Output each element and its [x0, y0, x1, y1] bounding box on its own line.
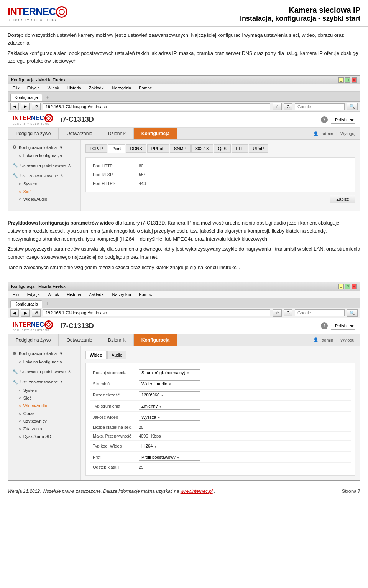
browser-tab-konfiguracja-2[interactable]: Konfiguracja — [10, 300, 42, 308]
refresh-btn-2[interactable]: C — [284, 309, 292, 316]
footer-link[interactable]: www.internec.pl — [181, 489, 213, 494]
sidebar-header-local-2[interactable]: ⚙ Konfiguracja lokalna ▼ — [8, 349, 80, 358]
address-bar-2[interactable] — [43, 309, 270, 316]
subtab-port-1[interactable]: Port — [108, 144, 125, 153]
search-go-btn-1[interactable]: 🔍 — [347, 103, 358, 110]
gear-icon-1: ⚙ — [13, 145, 16, 150]
maximize-btn-2[interactable]: □ — [345, 284, 350, 289]
menu-historia-2[interactable]: Historia — [65, 292, 82, 297]
page-title-line1: Kamera sieciowa IP — [240, 6, 360, 15]
subtab-ftp-1[interactable]: FTP — [232, 144, 248, 153]
subtab-upnp-1[interactable]: UPnP — [249, 144, 268, 153]
dropdown-kodowanie-2[interactable]: H.264 ▼ — [139, 443, 200, 449]
sidebar-header-basic-1[interactable]: 🔧 Ustawienia podstawowe ∧ — [8, 161, 80, 170]
menu-widok-1[interactable]: Widok — [46, 85, 61, 91]
sidebar-header-basic-2[interactable]: 🔧 Ustawienia podstawowe ∧ — [8, 367, 80, 376]
dropdown-rozdzielczosc-2[interactable]: 1280*960 ▼ — [139, 391, 200, 398]
close-btn-2[interactable]: × — [352, 284, 357, 289]
nav-tab-konfiguracja-2[interactable]: Konfiguracja — [134, 334, 177, 346]
menu-zakladki-1[interactable]: Zakładki — [87, 85, 106, 91]
menu-historia-1[interactable]: Historia — [65, 85, 82, 91]
menu-edycja-2[interactable]: Edycja — [26, 292, 41, 297]
reload-btn-1[interactable]: ↺ — [32, 103, 41, 110]
minimize-btn-2[interactable]: _ — [338, 284, 344, 289]
subtab-snmp-1[interactable]: SNMP — [170, 144, 191, 153]
subtab-pppoe-1[interactable]: PPPoE — [147, 144, 169, 153]
sidebar-item-dyski-2[interactable]: ○ Dyski/karta SD — [8, 433, 80, 440]
sidebar-header-adv-2[interactable]: 🔧 Ust. zaawansowane ∧ — [8, 378, 80, 386]
sidebar-item-system-1[interactable]: ○ System — [8, 180, 80, 188]
dropdown-jakosc-2[interactable]: Wyższa ▼ — [139, 414, 200, 421]
sidebar-item-lokalna-1[interactable]: ○ Lokalna konfiguracja — [8, 152, 80, 159]
language-select-1[interactable]: Polish — [331, 116, 355, 124]
window-controls-1: _ □ × — [338, 77, 357, 83]
menu-widok-2[interactable]: Widok — [46, 292, 61, 297]
refresh-btn-1[interactable]: C — [284, 103, 292, 110]
dropdown-typ-2[interactable]: Zmienny ▼ — [139, 403, 200, 410]
menu-narzedzia-2[interactable]: Narzędzia — [111, 292, 133, 297]
maximize-btn-1[interactable]: □ — [345, 77, 350, 83]
nav-tab-konfiguracja-1[interactable]: Konfiguracja — [134, 128, 177, 139]
logout-link-1[interactable]: Wyloguj — [340, 131, 355, 136]
help-button-1[interactable]: ? — [321, 116, 328, 123]
sidebar-header-local-1[interactable]: ⚙ Konfiguracja lokalna ▼ — [8, 143, 80, 152]
dropdown-rodzaj-2[interactable]: Strumień gł. (normalny) ▼ — [139, 369, 200, 376]
video-row-odstep-2: Odstęp klatki I 25 — [90, 463, 351, 471]
subtab-8021x-1[interactable]: 802.1X — [191, 144, 213, 153]
cam-model-1: i7-C1313D — [61, 116, 94, 124]
minimize-btn-1[interactable]: _ — [338, 77, 344, 83]
menu-plik-2[interactable]: Plik — [11, 292, 21, 297]
new-tab-btn-1[interactable]: + — [43, 93, 52, 101]
star-btn-1[interactable]: ☆ — [273, 103, 282, 110]
menu-edycja-1[interactable]: Edycja — [26, 85, 41, 91]
reload-btn-2[interactable]: ↺ — [32, 309, 41, 317]
sidebar-item-wideo-2[interactable]: ○ Wideo/Audio — [8, 402, 80, 410]
sidebar-item-obraz-2[interactable]: ○ Obraz — [8, 410, 80, 417]
nav-tab-dziennik-1[interactable]: Dziennik — [100, 128, 134, 139]
logout-link-2[interactable]: Wyloguj — [340, 338, 355, 342]
menu-pomoc-1[interactable]: Pomoc — [137, 85, 153, 91]
back-btn-1[interactable]: ◀ — [10, 103, 19, 110]
subtab-qos-1[interactable]: QoS — [214, 144, 231, 153]
subtab-tcpip-1[interactable]: TCP/IP — [85, 144, 107, 153]
subtab-ddns-1[interactable]: DDNS — [126, 144, 146, 153]
user-label-1: admin — [322, 131, 333, 136]
browser-title-2: Konfiguracja - Mozilla Firefox — [11, 284, 66, 289]
help-button-2[interactable]: ? — [321, 322, 328, 329]
search-go-btn-2[interactable]: 🔍 — [347, 309, 358, 317]
sidebar-header-adv-1[interactable]: 🔧 Ust. zaawansowane ∧ — [8, 171, 80, 180]
menu-plik-1[interactable]: Plik — [11, 85, 21, 91]
nav-tab-odtwarzanie-1[interactable]: Odtwarzanie — [59, 128, 100, 139]
sidebar-item-uzytkownicy-2[interactable]: ○ Użytkownicy — [8, 417, 80, 425]
nav-tab-podglad-2[interactable]: Podgląd na żywo — [8, 334, 59, 346]
menu-pomoc-2[interactable]: Pomoc — [137, 292, 153, 297]
new-tab-btn-2[interactable]: + — [43, 299, 52, 308]
menu-zakladki-2[interactable]: Zakładki — [87, 292, 106, 297]
sidebar-item-zdarzenia-2[interactable]: ○ Zdarzenia — [8, 425, 80, 433]
nav-tab-podglad-1[interactable]: Podgląd na żywo — [8, 128, 59, 139]
back-btn-2[interactable]: ◀ — [10, 309, 19, 317]
star-btn-2[interactable]: ☆ — [273, 309, 282, 317]
address-bar-1[interactable] — [43, 103, 270, 110]
save-button-1[interactable]: Zapisz — [330, 195, 355, 203]
sidebar-item-wideo-1[interactable]: ○ Wideo/Audio — [8, 195, 80, 203]
sidebar-item-system-2[interactable]: ○ System — [8, 386, 80, 394]
menu-narzedzia-1[interactable]: Narzędzia — [111, 85, 133, 91]
sidebar-item-lokalna-2[interactable]: ○ Lokalna konfiguracja — [8, 358, 80, 366]
nav-tab-odtwarzanie-2[interactable]: Odtwarzanie — [59, 334, 100, 346]
browser-tab-konfiguracja-1[interactable]: Konfiguracja — [10, 94, 42, 101]
sidebar-item-siec-1[interactable]: ○ Sieć — [8, 188, 80, 195]
close-btn-1[interactable]: × — [352, 77, 357, 83]
dropdown-profil-2[interactable]: Profil podstawowy ▼ — [139, 454, 200, 461]
language-select-2[interactable]: Polish — [331, 322, 355, 330]
forward-btn-1[interactable]: ▶ — [21, 103, 30, 110]
search-input-2[interactable] — [295, 309, 345, 316]
forward-btn-2[interactable]: ▶ — [21, 309, 30, 317]
video-tab-wideo-2[interactable]: Wideo — [85, 351, 107, 359]
nav-tab-dziennik-2[interactable]: Dziennik — [100, 334, 134, 346]
search-input-1[interactable] — [295, 103, 345, 110]
sidebar-item-siec-2[interactable]: ○ Sieć — [8, 394, 80, 402]
video-tab-audio-2[interactable]: Audio — [107, 351, 127, 359]
dropdown-strumien-2[interactable]: Wideo i Audio ▼ — [139, 380, 200, 387]
page-title-area: Kamera sieciowa IP instalacja, konfigura… — [240, 6, 360, 23]
